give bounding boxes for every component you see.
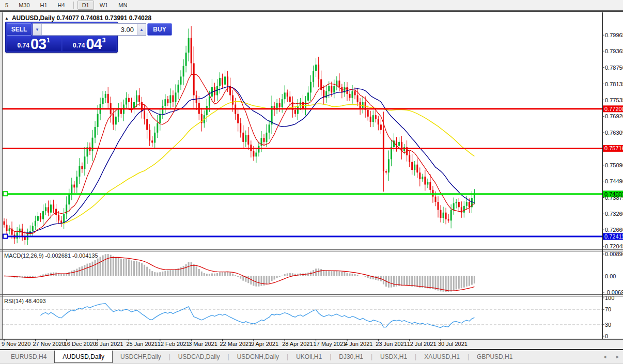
- date-axis-label: 3 Mar 2021: [189, 341, 217, 347]
- tab-usdcnh-daily[interactable]: USDCNH,Daily: [229, 351, 287, 362]
- sell-price-base: 0.74: [18, 42, 29, 49]
- macd-axis-label: 0.008903: [605, 251, 623, 257]
- collapse-triangle-icon[interactable]: ▲: [5, 16, 9, 21]
- buy-button[interactable]: BUY: [147, 23, 172, 36]
- lot-size-input[interactable]: [42, 24, 137, 35]
- tab-dj30-h1[interactable]: DJ30,H1: [331, 351, 371, 362]
- tab-xauusd-h1[interactable]: XAUUSD,H1: [416, 351, 468, 362]
- rsi-axis-label: 100: [605, 295, 614, 301]
- buy-price-base: 0.74: [73, 42, 85, 49]
- date-axis-label: 9 Apr 2021: [251, 341, 278, 347]
- price-axis-label: 0.79965: [605, 32, 623, 38]
- price-axis-label: 0.73260: [605, 211, 623, 217]
- date-axis-label: 30 Jul 2021: [438, 341, 468, 347]
- date-axis-line: [0, 339, 623, 340]
- panel-splitter: [0, 296, 623, 297]
- chart-ohlc-header: ▲ AUDUSD,Daily 0.74077 0.74081 0.73991 0…: [5, 14, 151, 22]
- chart-tab-bar: EURUSD,H4AUDUSD,DailyUSDCHF,Daily|USDCAD…: [0, 349, 623, 364]
- price-axis-label: 0.75090: [605, 162, 623, 168]
- chart-tabs: EURUSD,H4AUDUSD,DailyUSDCHF,Daily|USDCAD…: [3, 351, 520, 363]
- buy-price-display[interactable]: 0.74 04 3: [63, 36, 117, 51]
- sell-button[interactable]: SELL: [7, 23, 32, 36]
- date-axis-label: 17 May 2021: [314, 341, 347, 347]
- price-axis-label: 0.78135: [605, 81, 623, 87]
- sell-price-point: 1: [46, 37, 50, 44]
- macd-indicator-label: MACD(12,26,9) -0.002681 -0.004135: [4, 252, 98, 259]
- sell-price-display[interactable]: 0.74 03 1: [7, 36, 61, 51]
- tab-ukoil-h1[interactable]: UKOil,H1: [288, 351, 330, 362]
- price-axis-label: 0.79365: [605, 48, 623, 54]
- hline-price-label: 0.75716: [604, 145, 623, 151]
- one-click-trade-panel: SELL ▼ ▲ BUY 0.74 03 1 0.74 04 3: [5, 22, 118, 53]
- macd-axis-label: 0.00: [605, 273, 616, 279]
- date-axis-label: 9 Nov 2020: [2, 341, 30, 347]
- date-axis-label: 28 Apr 2021: [282, 341, 313, 347]
- date-axis-label: 12 Jul 2021: [407, 341, 437, 347]
- tab-scroll-left-icon[interactable]: ◄: [602, 354, 607, 359]
- tab-usdchf-daily[interactable]: USDCHF,Daily: [113, 351, 169, 362]
- hline-price-label: 0.72411: [604, 233, 623, 240]
- price-axis-label: 0.78750: [605, 65, 623, 71]
- sell-price-pips: 03: [30, 38, 46, 51]
- chart-background: [0, 12, 623, 340]
- chart-left-border: [1, 12, 2, 339]
- buy-price-point: 3: [102, 37, 106, 44]
- panel-splitter: [0, 249, 623, 250]
- chart-ohlc-text: AUDUSD,Daily 0.74077 0.74081 0.73991 0.7…: [12, 14, 151, 22]
- panel-splitter: [0, 251, 623, 252]
- tab-scroll-controls: ◄ ►: [602, 350, 620, 363]
- rsi-indicator-label: RSI(14) 48.4093: [4, 298, 46, 304]
- lot-increase-button[interactable]: ▲: [137, 24, 146, 35]
- tab-gbpusd-h1[interactable]: GBPUSD,H1: [469, 351, 520, 362]
- price-axis-label: 0.77535: [605, 97, 623, 103]
- hline-anchor-marker: [3, 234, 7, 239]
- price-axis-label: 0.73875: [605, 195, 623, 201]
- price-axis-label: 0.76920: [605, 113, 623, 119]
- date-axis-label: 25 Jan 2021: [126, 341, 158, 347]
- hline-price-label: 0.77200: [604, 106, 623, 112]
- chart-left-border: [2, 12, 3, 339]
- tab-scroll-right-icon[interactable]: ►: [615, 354, 620, 359]
- date-axis-label: 23 Jun 2021: [376, 341, 407, 347]
- date-axis-label: 12 Feb 2021: [158, 341, 190, 347]
- price-axis-line: [602, 12, 603, 339]
- price-axis-label: 0.76305: [605, 130, 623, 136]
- price-axis-label: 0.74490: [605, 178, 623, 184]
- lot-decrease-button[interactable]: ▼: [33, 24, 42, 35]
- price-chart-canvas[interactable]: 0.772000.757160.740070.724110.799650.793…: [0, 0, 623, 364]
- price-axis-label: 0.72045: [605, 243, 623, 249]
- tab-eurusd-h4[interactable]: EURUSD,H4: [3, 351, 54, 362]
- trading-app-window: 5M30H1H4D1W1MN 0.772000.757160.740070.72…: [0, 0, 623, 364]
- date-axis-label: 4 Jun 2021: [345, 341, 372, 347]
- rsi-axis-label: 70: [605, 306, 611, 312]
- date-axis-label: 16 Dec 2020: [64, 341, 96, 347]
- date-axis-label: 27 Nov 2020: [33, 341, 65, 347]
- lot-size-control: ▼ ▲: [33, 23, 146, 36]
- hline-anchor-marker: [3, 192, 7, 196]
- date-axis-label: 6 Jan 2021: [95, 341, 123, 347]
- rsi-axis-label: 30: [605, 322, 611, 328]
- price-axis-label: 0.72660: [605, 227, 623, 233]
- rsi-axis-label: 0: [605, 333, 608, 339]
- tab-audusd-daily[interactable]: AUDUSD,Daily: [54, 351, 113, 363]
- tab-usdx-h1[interactable]: USDX,H1: [372, 351, 415, 362]
- buy-price-pips: 04: [86, 38, 101, 51]
- tab-usdcad-daily[interactable]: USDCAD,Daily: [170, 351, 228, 362]
- panel-splitter: [0, 294, 623, 295]
- date-axis-label: 22 Mar 2021: [220, 341, 252, 347]
